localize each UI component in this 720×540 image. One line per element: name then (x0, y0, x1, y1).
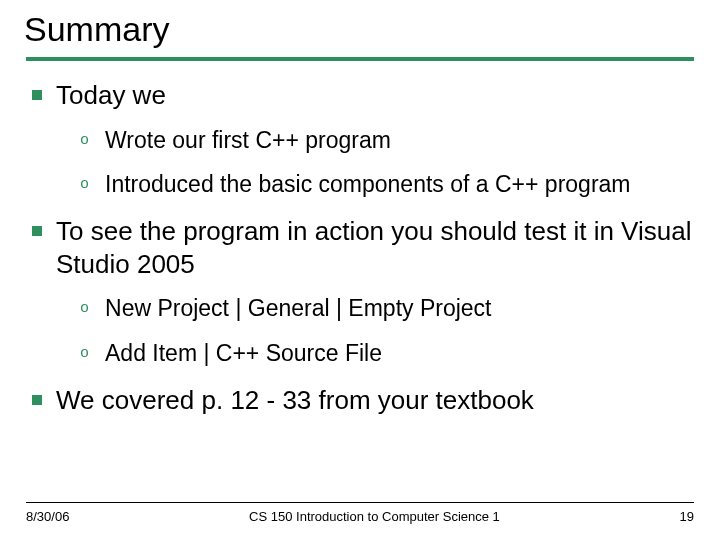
footer-page: 19 (680, 509, 694, 524)
list-item-text: To see the program in action you should … (56, 215, 694, 280)
footer-course: CS 150 Introduction to Computer Science … (69, 509, 679, 524)
circle-bullet-icon: o (80, 133, 89, 148)
square-bullet-icon (32, 395, 42, 405)
list-item-text: Today we (56, 79, 166, 112)
square-bullet-icon (32, 90, 42, 100)
footer-rule (26, 502, 694, 503)
sublist: o New Project | General | Empty Project … (80, 294, 694, 368)
content-area: Today we o Wrote our first C++ program o… (26, 79, 694, 416)
sublist: o Wrote our first C++ program o Introduc… (80, 126, 694, 200)
list-item-text: New Project | General | Empty Project (105, 294, 491, 323)
list-item: o Introduced the basic components of a C… (80, 170, 694, 199)
list-item: Today we (32, 79, 694, 112)
footer-date: 8/30/06 (26, 509, 69, 524)
circle-bullet-icon: o (80, 346, 89, 361)
list-item-text: Add Item | C++ Source File (105, 339, 382, 368)
slide: Summary Today we o Wrote our first C++ p… (0, 0, 720, 540)
list-item: o New Project | General | Empty Project (80, 294, 694, 323)
list-item: We covered p. 12 - 33 from your textbook (32, 384, 694, 417)
footer: 8/30/06 CS 150 Introduction to Computer … (26, 502, 694, 524)
square-bullet-icon (32, 226, 42, 236)
footer-row: 8/30/06 CS 150 Introduction to Computer … (26, 509, 694, 524)
circle-bullet-icon: o (80, 177, 89, 192)
list-item-text: Wrote our first C++ program (105, 126, 391, 155)
title-rule (26, 57, 694, 61)
list-item: To see the program in action you should … (32, 215, 694, 280)
list-item-text: Introduced the basic components of a C++… (105, 170, 630, 199)
slide-title: Summary (24, 10, 694, 49)
list-item: o Wrote our first C++ program (80, 126, 694, 155)
list-item-text: We covered p. 12 - 33 from your textbook (56, 384, 534, 417)
list-item: o Add Item | C++ Source File (80, 339, 694, 368)
circle-bullet-icon: o (80, 301, 89, 316)
